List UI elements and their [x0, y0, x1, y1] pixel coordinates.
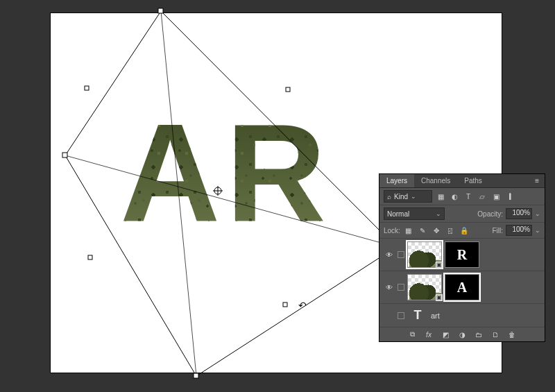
fill-label: Fill:	[492, 227, 503, 235]
fill-input[interactable]: 100%	[506, 225, 532, 236]
delete-layer-icon[interactable]: 🗑	[506, 331, 518, 339]
lock-transparency-icon[interactable]: ▦	[403, 225, 414, 236]
visibility-toggle-icon[interactable]: 👁	[384, 284, 395, 291]
layer-name[interactable]: art	[431, 312, 440, 320]
visibility-toggle-icon[interactable]: 👁	[384, 251, 395, 259]
layer-checkbox[interactable]	[398, 284, 404, 291]
lock-all-icon[interactable]: 🔒	[459, 225, 470, 236]
filter-pixel-icon[interactable]: ▦	[435, 191, 446, 202]
blend-opacity-row: Normal⌄ Opacity: 100% ⌄	[379, 205, 545, 223]
filter-smart-icon[interactable]: ▣	[490, 191, 502, 202]
smart-object-badge-icon: ▣	[436, 262, 443, 269]
search-icon: ⌕	[387, 193, 391, 201]
layer-effects-icon[interactable]: fx	[423, 331, 434, 339]
panel-flyout-menu-icon[interactable]: ≡	[529, 174, 545, 187]
chevron-down-icon: ⌄	[411, 193, 416, 200]
opacity-label: Opacity:	[477, 210, 503, 218]
layer-mask-thumbnail[interactable]: R	[445, 241, 479, 268]
link-layers-icon[interactable]: ⧉	[407, 330, 418, 339]
new-group-icon[interactable]: 🗀	[473, 331, 484, 339]
chevron-down-icon: ⌄	[436, 210, 441, 217]
layer-checkbox[interactable]	[398, 251, 404, 258]
transform-handle-corner[interactable]	[194, 373, 198, 378]
tab-paths[interactable]: Paths	[457, 174, 489, 187]
lock-image-icon[interactable]: ✎	[417, 225, 428, 236]
blend-mode-select[interactable]: Normal⌄	[384, 207, 445, 220]
filter-toggle-switch[interactable]: ⏽	[504, 191, 515, 202]
smart-object-badge-icon: ▣	[436, 294, 443, 301]
lock-position-icon[interactable]: ✥	[431, 225, 442, 236]
layers-panel[interactable]: Layers Channels Paths ≡ ⌕ Kind ⌄ ▦ ◐ T ▱…	[379, 173, 545, 342]
opacity-input[interactable]: 100%	[506, 208, 532, 219]
layers-panel-footer: ⧉ fx ◩ ◑ 🗀 🗋 🗑	[379, 327, 545, 341]
new-adjustment-layer-icon[interactable]: ◑	[456, 331, 468, 339]
filter-type-icon[interactable]: T	[463, 191, 474, 202]
layer-row[interactable]: 👁 ▣ A	[379, 271, 545, 304]
filter-adjustment-icon[interactable]: ◐	[449, 191, 460, 202]
layer-row-text[interactable]: T art	[379, 304, 545, 327]
filter-shape-icon[interactable]: ▱	[477, 191, 488, 202]
tab-layers[interactable]: Layers	[379, 174, 414, 187]
lock-artboard-icon[interactable]: ⍃	[445, 225, 456, 236]
layer-checkbox[interactable]	[398, 312, 404, 319]
new-layer-icon[interactable]: 🗋	[490, 331, 501, 339]
layer-filter-type-select[interactable]: ⌕ Kind ⌄	[384, 190, 432, 203]
layer-filter-row: ⌕ Kind ⌄ ▦ ◐ T ▱ ▣ ⏽	[379, 188, 545, 205]
layer-thumbnail[interactable]: ▣	[407, 241, 442, 268]
add-mask-icon[interactable]: ◩	[440, 331, 451, 339]
chevron-down-icon[interactable]: ⌄	[535, 210, 540, 217]
chevron-down-icon[interactable]: ⌄	[535, 227, 540, 234]
tab-channels[interactable]: Channels	[414, 174, 457, 187]
type-layer-icon: T	[407, 307, 428, 324]
layer-mask-thumbnail[interactable]: A	[445, 274, 479, 300]
rotate-cursor-icon: ↶	[298, 300, 307, 311]
layer-row[interactable]: 👁 ▣ R	[379, 239, 545, 271]
art-text: AR	[120, 103, 332, 242]
lock-label: Lock:	[384, 227, 400, 235]
layer-thumbnail[interactable]: ▣	[407, 274, 442, 300]
lock-fill-row: Lock: ▦ ✎ ✥ ⍃ 🔒 Fill: 100% ⌄	[379, 223, 545, 239]
panel-tab-strip: Layers Channels Paths ≡	[379, 174, 545, 188]
